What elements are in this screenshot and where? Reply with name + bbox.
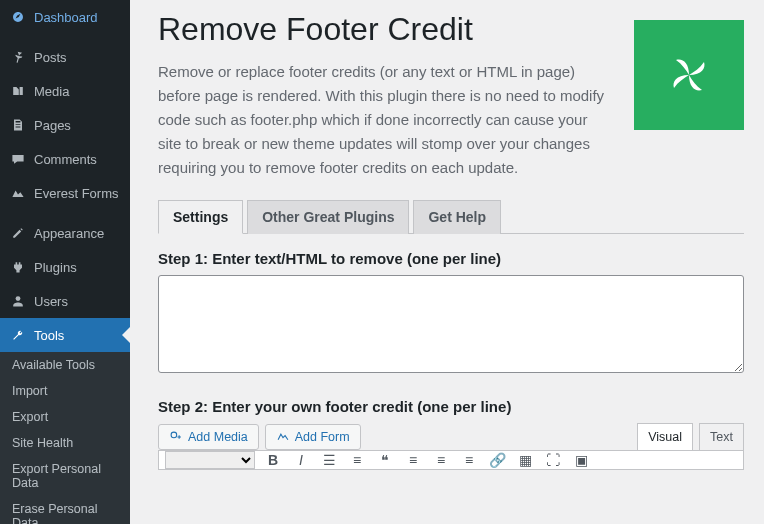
nav-label: Media xyxy=(34,84,69,99)
text-tab[interactable]: Text xyxy=(699,423,744,450)
nav-appearance[interactable]: Appearance xyxy=(0,216,130,250)
media-icon xyxy=(8,81,28,101)
paragraph-select[interactable] xyxy=(165,451,255,469)
tools-submenu: Available Tools Import Export Site Healt… xyxy=(0,352,130,524)
italic-icon[interactable]: I xyxy=(291,450,311,470)
tab-get-help[interactable]: Get Help xyxy=(413,200,501,234)
nav-label: Comments xyxy=(34,152,97,167)
nav-media[interactable]: Media xyxy=(0,74,130,108)
nav-posts[interactable]: Posts xyxy=(0,40,130,74)
nav-tools[interactable]: Tools xyxy=(0,318,130,352)
appearance-icon xyxy=(8,223,28,243)
page-description: Remove or replace footer credits (or any… xyxy=(158,60,614,180)
sub-export-personal[interactable]: Export Personal Data xyxy=(0,456,130,496)
nav-pages[interactable]: Pages xyxy=(0,108,130,142)
admin-sidebar: Dashboard Posts Media Pages Comments Eve… xyxy=(0,0,130,524)
forms-icon xyxy=(8,183,28,203)
more-icon[interactable]: ▦ xyxy=(515,450,535,470)
dashboard-icon xyxy=(8,7,28,27)
svg-point-2 xyxy=(171,432,177,438)
comments-icon xyxy=(8,149,28,169)
fullscreen-icon[interactable]: ⛶ xyxy=(543,450,563,470)
sub-site-health[interactable]: Site Health xyxy=(0,430,130,456)
tab-settings[interactable]: Settings xyxy=(158,200,243,234)
align-right-icon[interactable]: ≡ xyxy=(459,450,479,470)
svg-point-0 xyxy=(16,296,21,301)
form-icon xyxy=(276,430,290,444)
media-plus-icon xyxy=(169,430,183,444)
quote-icon[interactable]: ❝ xyxy=(375,450,395,470)
pin-icon xyxy=(8,47,28,67)
nav-users[interactable]: Users xyxy=(0,284,130,318)
nav-comments[interactable]: Comments xyxy=(0,142,130,176)
number-list-icon[interactable]: ≡ xyxy=(347,450,367,470)
sub-available-tools[interactable]: Available Tools xyxy=(0,352,130,378)
nav-label: Dashboard xyxy=(34,10,98,25)
toolbar-toggle-icon[interactable]: ▣ xyxy=(571,450,591,470)
tools-icon xyxy=(8,325,28,345)
nav-dashboard[interactable]: Dashboard xyxy=(0,0,130,34)
nav-label: Tools xyxy=(34,328,64,343)
align-left-icon[interactable]: ≡ xyxy=(403,450,423,470)
nav-label: Users xyxy=(34,294,68,309)
users-icon xyxy=(8,291,28,311)
pinwheel-icon xyxy=(664,50,714,100)
pages-icon xyxy=(8,115,28,135)
nav-label: Plugins xyxy=(34,260,77,275)
step2-label: Step 2: Enter your own footer credit (on… xyxy=(158,398,744,415)
step1-label: Step 1: Enter text/HTML to remove (one p… xyxy=(158,250,744,267)
bold-icon[interactable]: B xyxy=(263,450,283,470)
sub-export[interactable]: Export xyxy=(0,404,130,430)
plugin-logo xyxy=(634,20,744,130)
add-form-label: Add Form xyxy=(295,430,350,444)
step1-textarea[interactable] xyxy=(158,275,744,373)
plugins-icon xyxy=(8,257,28,277)
editor-formatting-toolbar: B I ☰ ≡ ❝ ≡ ≡ ≡ 🔗 ▦ ⛶ ▣ xyxy=(158,450,744,470)
nav-everest-forms[interactable]: Everest Forms xyxy=(0,176,130,210)
nav-label: Pages xyxy=(34,118,71,133)
page-tabs: Settings Other Great Plugins Get Help xyxy=(158,200,744,234)
bullet-list-icon[interactable]: ☰ xyxy=(319,450,339,470)
nav-label: Appearance xyxy=(34,226,104,241)
sub-import[interactable]: Import xyxy=(0,378,130,404)
nav-label: Everest Forms xyxy=(34,186,119,201)
align-center-icon[interactable]: ≡ xyxy=(431,450,451,470)
main-content: Remove Footer Credit Remove or replace f… xyxy=(130,0,764,524)
add-form-button[interactable]: Add Form xyxy=(265,424,361,450)
visual-tab[interactable]: Visual xyxy=(637,423,693,450)
nav-plugins[interactable]: Plugins xyxy=(0,250,130,284)
page-title: Remove Footer Credit xyxy=(158,10,614,48)
editor-toolbar: Add Media Add Form Visual Text xyxy=(158,423,744,450)
link-icon[interactable]: 🔗 xyxy=(487,450,507,470)
add-media-label: Add Media xyxy=(188,430,248,444)
add-media-button[interactable]: Add Media xyxy=(158,424,259,450)
tab-other-plugins[interactable]: Other Great Plugins xyxy=(247,200,409,234)
sub-erase-personal[interactable]: Erase Personal Data xyxy=(0,496,130,524)
nav-label: Posts xyxy=(34,50,67,65)
